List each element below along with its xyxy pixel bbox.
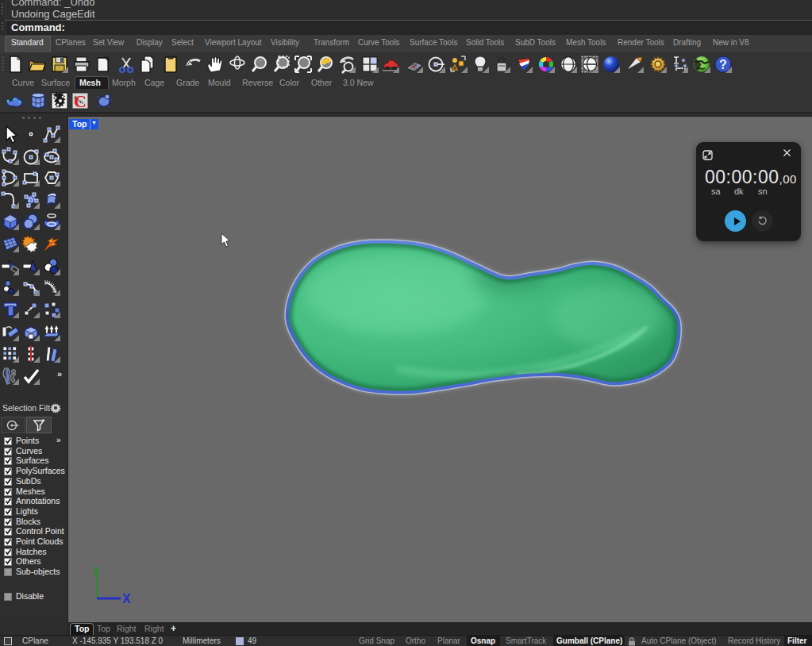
svg-text:X: X: [122, 592, 131, 606]
svg-text:y: y: [93, 563, 100, 576]
svg-text:C: C: [74, 91, 87, 110]
svg-text:?: ?: [719, 58, 727, 71]
